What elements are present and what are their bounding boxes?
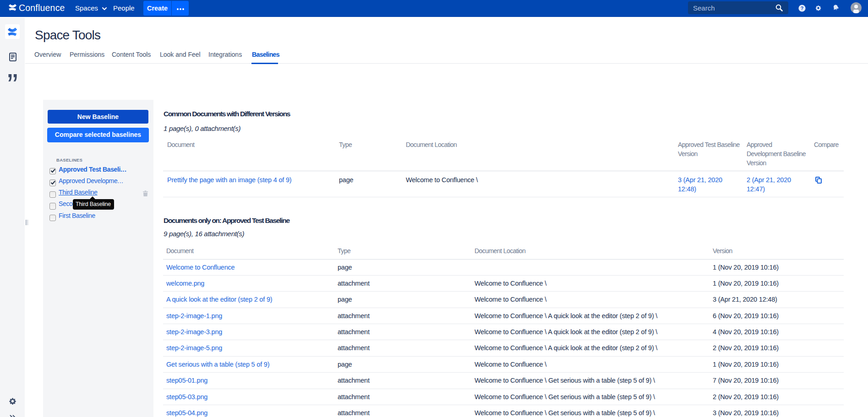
svg-text:?: ? xyxy=(801,5,803,11)
